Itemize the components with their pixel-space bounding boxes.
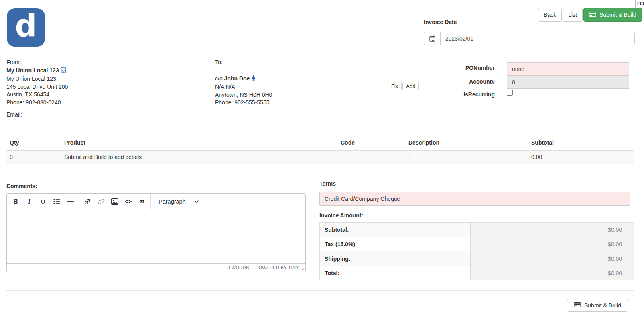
word-count[interactable]: 0 WORDS [228, 265, 249, 270]
comments-label: Comments: [6, 183, 37, 189]
terms-label: Terms [319, 180, 336, 187]
from-address-line: Austin, TX 56454 [6, 91, 68, 99]
from-label: From: [6, 59, 68, 67]
calendar-icon[interactable] [424, 32, 441, 45]
back-button[interactable]: Back [538, 8, 562, 22]
invoice-amount-table: Subtotal: $0.00 Tax (15.0%) $0.00 Shippi… [319, 222, 634, 280]
from-address-line: Phone: 902-830-0240 [6, 99, 68, 107]
product-cell: Submit and Build to add details [61, 150, 337, 164]
items-header-row: Qty Product Code Description Subtotal [6, 136, 634, 150]
to-address-line: Phone: 902-555-5555 [215, 99, 272, 107]
section-divider [6, 53, 634, 53]
isrecurring-checkbox[interactable] [507, 90, 513, 96]
blockquote-icon[interactable]: ” [135, 196, 149, 208]
table-row: 0 Submit and Build to add details - - 0.… [6, 150, 634, 164]
bottom-toolbar: Submit & Build [567, 299, 628, 312]
invoice-page: d Back List Submit & Build FEED Invoice … [0, 0, 644, 325]
editor-statusbar: 0 WORDS POWERED BY TINY [7, 263, 305, 272]
fix-button[interactable]: Fix [388, 82, 402, 90]
submit-build-button-top[interactable]: Submit & Build [583, 8, 642, 22]
list-button[interactable]: List [563, 8, 583, 22]
total-label: Total: [320, 266, 471, 280]
from-address-block: From: My Union Local 123 My Union Local … [6, 59, 68, 119]
resize-handle[interactable] [301, 267, 305, 271]
line-items-table: Qty Product Code Description Subtotal 0 … [6, 136, 634, 164]
from-company-name: My Union Local 123 [6, 67, 59, 74]
to-address-line: N/A N/A [215, 83, 272, 91]
subtotal-value: $0.00 [471, 223, 634, 237]
section-divider [6, 130, 634, 130]
isrecurring-label: IsRecurring [424, 91, 495, 98]
total-value: $0.00 [471, 266, 634, 280]
building-icon[interactable] [61, 67, 66, 76]
person-icon[interactable] [252, 75, 255, 84]
credit-card-icon [574, 302, 581, 309]
feedback-tab[interactable]: FEED [635, 0, 644, 8]
company-logo: d [6, 8, 46, 47]
subtotal-header: Subtotal [528, 136, 634, 150]
total-row: Total: $0.00 [320, 266, 634, 280]
terms-input[interactable] [319, 192, 630, 206]
tax-value: $0.00 [471, 237, 634, 251]
editor-toolbar: B I U <> ” Paragraph [7, 194, 305, 209]
qty-cell: 0 [6, 150, 61, 164]
submit-build-button-bottom[interactable]: Submit & Build [567, 299, 628, 312]
shipping-label: Shipping: [320, 251, 471, 266]
add-button[interactable]: Add [402, 82, 419, 90]
horizontal-rule-icon[interactable] [63, 196, 77, 208]
from-email-label: Email: [6, 111, 68, 119]
ponumber-label: PONumber [424, 65, 495, 71]
feedback-widget-border [642, 6, 642, 325]
to-contact-name: John Doe [224, 75, 250, 82]
from-address-line: My Union Local 123 [6, 75, 68, 83]
to-address-line: Anytown, NS H0H 0H0 [215, 91, 272, 99]
account-input [507, 76, 629, 89]
section-divider [6, 290, 634, 291]
logo-letter: d [15, 10, 37, 41]
bold-icon[interactable]: B [9, 196, 22, 208]
link-icon[interactable] [81, 196, 94, 208]
product-header: Product [61, 136, 337, 150]
toolbar-separator [79, 194, 79, 209]
invoice-date-group [424, 32, 635, 45]
italic-icon[interactable]: I [22, 196, 36, 208]
subtotal-cell: 0.00 [528, 150, 634, 164]
bullet-list-icon[interactable] [50, 196, 63, 208]
code-icon[interactable]: <> [122, 196, 135, 208]
to-actions: Fix Add [388, 82, 419, 90]
toolbar-separator [150, 194, 151, 209]
description-header: Description [405, 136, 528, 150]
from-company-line: My Union Local 123 [6, 67, 68, 76]
shipping-row: Shipping: $0.00 [320, 251, 634, 266]
chevron-down-icon [195, 200, 199, 203]
logo-mark: d [7, 8, 45, 47]
top-toolbar: Back List Submit & Build [538, 8, 642, 22]
invoice-date-label: Invoice Date [424, 19, 457, 25]
comments-editor: B I U <> ” Paragraph 0 WORDS POWERED BY … [6, 193, 306, 272]
comments-textarea[interactable] [7, 209, 305, 263]
image-icon[interactable] [108, 196, 122, 208]
invoice-date-input[interactable] [441, 32, 634, 45]
unlink-icon[interactable] [94, 196, 108, 208]
from-address-line: 145 Local Drive Unit 200 [6, 83, 68, 91]
to-address-block: To: c/o John Doe N/A N/A Anytown, NS H0H… [215, 59, 272, 107]
to-contact-line: c/o John Doe [215, 75, 272, 84]
ponumber-input[interactable] [507, 62, 629, 76]
format-select[interactable]: Paragraph [155, 196, 202, 208]
credit-card-icon [589, 12, 596, 18]
care-of-prefix: c/o [215, 75, 224, 82]
description-cell: - [405, 150, 528, 164]
underline-icon[interactable]: U [36, 196, 50, 208]
tiny-branding[interactable]: POWERED BY TINY [256, 265, 299, 270]
spacer [215, 67, 272, 75]
format-select-value: Paragraph [158, 198, 186, 205]
code-cell: - [337, 150, 405, 164]
tax-label: Tax (15.0%) [320, 237, 471, 251]
submit-build-label: Submit & Build [599, 12, 636, 18]
invoice-amount-label: Invoice Amount: [319, 212, 363, 219]
submit-build-label: Submit & Build [584, 302, 621, 309]
to-label: To: [215, 59, 272, 67]
subtotal-row: Subtotal: $0.00 [320, 223, 634, 237]
tax-row: Tax (15.0%) $0.00 [320, 237, 634, 251]
qty-header: Qty [6, 136, 61, 150]
